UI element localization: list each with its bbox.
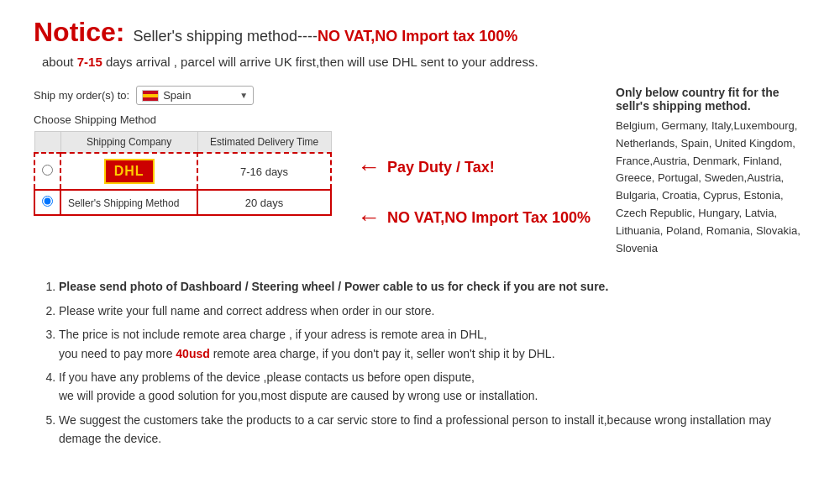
seller-delivery-time: 20 days	[197, 190, 331, 215]
arrows-section: ← Pay Duty / Tax! ← NO VAT,NO Import Tax…	[357, 86, 591, 257]
instruction-3-line1: The price is not include remote area cha…	[59, 328, 487, 341]
arrival-text: about 7-15 days arrival , parcel will ar…	[42, 55, 806, 69]
country-list-title: Only below country fit for the sellr's s…	[616, 86, 806, 113]
instruction-1-bold: Please send photo of Dashboard / Steerin…	[59, 280, 608, 293]
seller-method-text: Seller's Shipping Method	[68, 197, 179, 209]
ship-to-label: Ship my order(s) to:	[34, 89, 129, 102]
instruction-3-line2-end: remote area charge, if you don't pay it,…	[210, 347, 555, 360]
notice-header: Notice: Seller's shipping method----NO V…	[34, 17, 806, 48]
arrival-days: 7-15	[77, 55, 102, 69]
dhl-logo: DHL	[68, 159, 190, 184]
subtitle-plain: Seller's shipping method----	[133, 28, 318, 45]
table-col-company: Shipping Company	[60, 132, 197, 154]
choose-shipping-label: Choose Shipping Method	[34, 113, 332, 126]
country-select-dropdown[interactable]: Spain ▼	[136, 86, 254, 105]
instruction-4-line2: we will provide a good solution for you,…	[59, 389, 538, 402]
seller-radio[interactable]	[42, 196, 53, 207]
dhl-delivery-time: 7-16 days	[197, 153, 331, 190]
seller-company-cell: Seller's Shipping Method	[60, 190, 197, 215]
dhl-company-cell: DHL	[60, 153, 197, 190]
table-col-radio	[34, 132, 60, 154]
dhl-radio-cell[interactable]	[34, 153, 60, 190]
instruction-3-line2-prefix: you need to pay more	[59, 347, 176, 360]
left-panel: Ship my order(s) to: Spain ▼ Choose Ship…	[34, 86, 332, 257]
table-col-delivery: Estimated Delivery Time	[197, 132, 331, 154]
arrival-suffix: days arrival , parcel will arrive UK fir…	[102, 55, 538, 69]
arrival-prefix: about	[42, 55, 77, 69]
subtitle-red: NO VAT,NO Import tax 100%	[318, 28, 517, 45]
ship-to-row: Ship my order(s) to: Spain ▼	[34, 86, 332, 105]
arrow-row-1: ← Pay Duty / Tax!	[357, 155, 591, 179]
dhl-logo-text: DHL	[104, 159, 155, 184]
arrow-label-2: NO VAT,NO Import Tax 100%	[387, 209, 591, 227]
instruction-4-line1: If you have any problems of the device ,…	[59, 370, 475, 384]
red-arrow-icon-2: ←	[357, 206, 381, 229]
dropdown-arrow-icon: ▼	[239, 91, 248, 100]
instruction-3-red: 40usd	[176, 347, 209, 360]
instruction-4: If you have any problems of the device ,…	[59, 368, 806, 406]
table-row-dhl: DHL 7-16 days	[34, 153, 331, 190]
shipping-table: Shipping Company Estimated Delivery Time…	[34, 131, 332, 216]
red-arrow-icon-1: ←	[357, 155, 381, 179]
instructions-section: Please send photo of Dashboard / Steerin…	[34, 277, 806, 448]
spain-flag-icon	[142, 90, 159, 102]
dhl-radio[interactable]	[42, 165, 53, 176]
notice-label: Notice:	[34, 17, 124, 48]
seller-radio-cell[interactable]	[34, 190, 60, 215]
instruction-5-text: We suggest the customers take the produc…	[59, 413, 771, 445]
arrow-label-1: Pay Duty / Tax!	[387, 159, 495, 176]
arrow-row-2: ← NO VAT,NO Import Tax 100%	[357, 206, 591, 229]
selected-country: Spain	[163, 89, 239, 102]
notice-subtitle: Seller's shipping method----NO VAT,NO Im…	[133, 28, 517, 45]
instruction-5: We suggest the customers take the produc…	[59, 411, 806, 449]
instruction-2-text: Please write your full name and correct …	[59, 304, 434, 318]
instructions-list: Please send photo of Dashboard / Steerin…	[42, 277, 806, 448]
instruction-3: The price is not include remote area cha…	[59, 325, 806, 363]
instruction-2: Please write your full name and correct …	[59, 302, 806, 320]
instruction-1: Please send photo of Dashboard / Steerin…	[59, 277, 806, 296]
country-list-text: Belgium, Germany, Italy,Luxembourg, Neth…	[616, 118, 806, 257]
main-section: Ship my order(s) to: Spain ▼ Choose Ship…	[34, 86, 806, 257]
right-panel: Only below country fit for the sellr's s…	[616, 86, 806, 257]
table-row-seller: Seller's Shipping Method 20 days	[34, 190, 331, 215]
